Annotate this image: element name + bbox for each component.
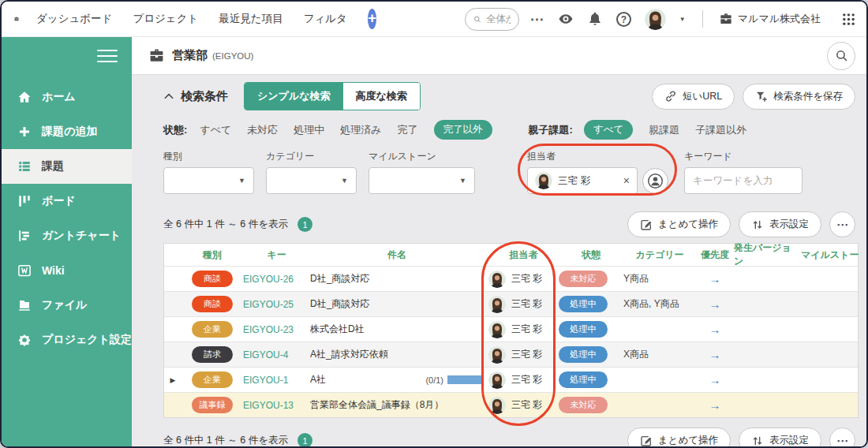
table-row[interactable]: 議事録 EIGYOU-13 営業部全体会議_議事録（8月） 三宅 彩 未対応 →: [164, 392, 858, 417]
user-avatar[interactable]: [645, 9, 666, 30]
parent-child-option-non-child[interactable]: 子課題以外: [695, 123, 746, 137]
sidebar-collapse-icon[interactable]: [97, 50, 118, 62]
issue-subject-link[interactable]: 株式会社D社: [310, 323, 365, 336]
bulk-operation-button[interactable]: まとめて操作: [627, 211, 731, 237]
milestone-filter-select[interactable]: ▼: [369, 167, 475, 194]
assignee-name: 三宅 彩: [511, 348, 542, 361]
help-icon[interactable]: ?: [616, 12, 631, 27]
tab-simple-search[interactable]: シンプルな検索: [245, 83, 343, 110]
issue-key-link[interactable]: EIGYOU-25: [243, 299, 294, 310]
collapse-chevron-icon[interactable]: [163, 91, 174, 102]
issue-key-link[interactable]: EIGYOU-23: [243, 324, 294, 335]
global-add-button[interactable]: +: [368, 9, 376, 29]
issue-subject-link[interactable]: A社: [310, 373, 326, 386]
briefcase-icon[interactable]: [14, 11, 19, 27]
status-option-resolved[interactable]: 処理済み: [340, 123, 381, 137]
sidebar-item-gantt[interactable]: ガントチャート: [2, 218, 132, 253]
parent-child-option-parent[interactable]: 親課題: [649, 123, 679, 137]
sidebar-item-wiki[interactable]: Wiki: [2, 253, 132, 288]
nav-recently-viewed[interactable]: 最近見た項目: [219, 12, 282, 26]
table-row[interactable]: 商談 EIGYOU-26 D社_商談対応 三宅 彩 未対応 Y商品 →: [164, 266, 858, 291]
col-header-type[interactable]: 種別: [181, 248, 243, 262]
issue-subject-link[interactable]: D社_商談対応: [310, 272, 369, 286]
col-header-assignee[interactable]: 担当者: [484, 248, 559, 262]
table-row[interactable]: 請求 EIGYOU-4 A社_請求対応依頼 三宅 彩 処理中 X商品 →: [164, 342, 858, 367]
filter-row: 種別 ▼ カテゴリー ▼ マイルストーン ▼ 担当者: [163, 150, 855, 194]
save-search-conditions-button[interactable]: 検索条件を保存: [743, 84, 855, 110]
display-settings-button[interactable]: 表示設定: [739, 427, 821, 448]
col-header-status[interactable]: 状態: [559, 248, 623, 262]
result-bar-top: 全 6 件中 1 件 ～ 6 件を表示 1 まとめて操作 表示設定 ⋯: [163, 211, 855, 237]
keyword-input[interactable]: [684, 167, 803, 194]
issue-key-link[interactable]: EIGYOU-13: [243, 400, 294, 411]
clear-assignee-icon[interactable]: ×: [623, 174, 630, 187]
apps-grid-icon[interactable]: [842, 13, 855, 26]
global-search-input[interactable]: [486, 13, 511, 24]
result-count-text: 全 6 件中 1 件 ～ 6 件を表示: [163, 434, 288, 447]
notification-bell-icon[interactable]: [587, 11, 603, 27]
sidebar-item-issues[interactable]: 課題: [2, 149, 132, 184]
issue-subject-link[interactable]: 営業部全体会議_議事録（8月）: [310, 398, 443, 412]
status-option-all[interactable]: すべて: [200, 123, 231, 137]
sidebar-item-add-issue[interactable]: 課題の追加: [2, 114, 132, 149]
col-header-version[interactable]: 発生バージョン: [734, 241, 801, 268]
global-search-box[interactable]: [465, 8, 519, 31]
sidebar-item-home[interactable]: ホーム: [2, 80, 132, 114]
tab-advanced-search[interactable]: 高度な検索: [343, 83, 420, 110]
gantt-chart-icon: [17, 229, 32, 243]
issue-search-button[interactable]: [827, 42, 855, 70]
topbar-more-icon[interactable]: ⋯: [530, 11, 544, 28]
table-row[interactable]: 企業 EIGYOU-23 株式会社D社 三宅 彩 処理中 →: [164, 316, 858, 342]
sidebar-item-label: ファイル: [42, 298, 87, 312]
table-row[interactable]: 商談 EIGYOU-25 D社_商談対応 三宅 彩 処理中 X商品, Y商品 →: [164, 291, 858, 316]
display-settings-button[interactable]: 表示設定: [739, 211, 821, 237]
issue-key-link[interactable]: EIGYOU-26: [243, 274, 294, 285]
assignee-avatar: [488, 346, 506, 364]
user-menu-caret-icon[interactable]: ▼: [679, 16, 686, 23]
bulk-operation-button[interactable]: まとめて操作: [627, 427, 731, 448]
status-option-in-progress[interactable]: 処理中: [294, 123, 324, 137]
expand-row-icon[interactable]: ▶: [164, 376, 181, 384]
col-header-category[interactable]: カテゴリー: [623, 248, 696, 262]
issue-subject-link[interactable]: A社_請求対応依頼: [310, 348, 388, 361]
watch-eye-icon[interactable]: [558, 11, 574, 27]
status-option-closed[interactable]: 完了: [398, 123, 418, 137]
sort-arrows-icon: [751, 435, 764, 447]
assign-to-me-button[interactable]: [642, 168, 668, 194]
issue-subject-link[interactable]: D社_商談対応: [310, 297, 369, 311]
priority-normal-icon: →: [709, 297, 721, 311]
col-header-subject[interactable]: 件名: [310, 248, 484, 262]
priority-normal-icon: →: [709, 348, 721, 361]
status-option-not-closed-selected[interactable]: 完了以外: [434, 120, 492, 140]
issue-key-link[interactable]: EIGYOU-4: [243, 349, 288, 360]
parent-child-option-all-selected[interactable]: すべて: [584, 120, 633, 140]
issue-type-badge: 商談: [192, 271, 233, 287]
project-sidebar: ホーム 課題の追加 課題 ボード ガントチャート Wiki: [2, 37, 132, 446]
nav-projects[interactable]: プロジェクト: [133, 12, 198, 26]
sidebar-item-project-settings[interactable]: プロジェクト設定: [2, 323, 132, 357]
sidebar-item-files[interactable]: ファイル: [2, 288, 132, 323]
page-number-badge[interactable]: 1: [297, 217, 312, 232]
table-row[interactable]: ▶ 企業 EIGYOU-1 A社 (0/1) 三宅 彩 処理中 →: [164, 367, 858, 392]
category-filter-select[interactable]: ▼: [266, 167, 357, 194]
nav-filters[interactable]: フィルタ: [304, 12, 347, 26]
issue-list-icon: [17, 159, 32, 174]
assignee-filter-chip[interactable]: 三宅 彩 ×: [527, 167, 638, 194]
type-filter-select[interactable]: ▼: [163, 167, 254, 194]
short-url-button[interactable]: 短いURL: [652, 84, 735, 110]
more-options-button[interactable]: ⋯: [829, 427, 855, 448]
col-header-milestone[interactable]: マイルストー: [801, 248, 859, 262]
status-option-open[interactable]: 未対応: [247, 123, 278, 137]
more-options-button[interactable]: ⋯: [829, 211, 855, 237]
org-switcher[interactable]: マルマル株式会社: [720, 12, 821, 26]
col-header-key[interactable]: キー: [243, 248, 310, 262]
issue-key-link[interactable]: EIGYOU-1: [243, 375, 288, 386]
org-briefcase-icon: [720, 13, 732, 25]
sidebar-item-board[interactable]: ボード: [2, 184, 132, 218]
category-value: Y商品: [623, 272, 649, 286]
wiki-icon: [17, 263, 32, 278]
col-header-priority[interactable]: 優先度: [696, 248, 734, 262]
issues-table: 種別 キー 件名 担当者 状態 カテゴリー 優先度 発生バージョン マイルストー…: [163, 243, 859, 418]
nav-dashboard[interactable]: ダッシュボード: [36, 12, 112, 26]
page-number-badge[interactable]: 1: [297, 433, 312, 448]
